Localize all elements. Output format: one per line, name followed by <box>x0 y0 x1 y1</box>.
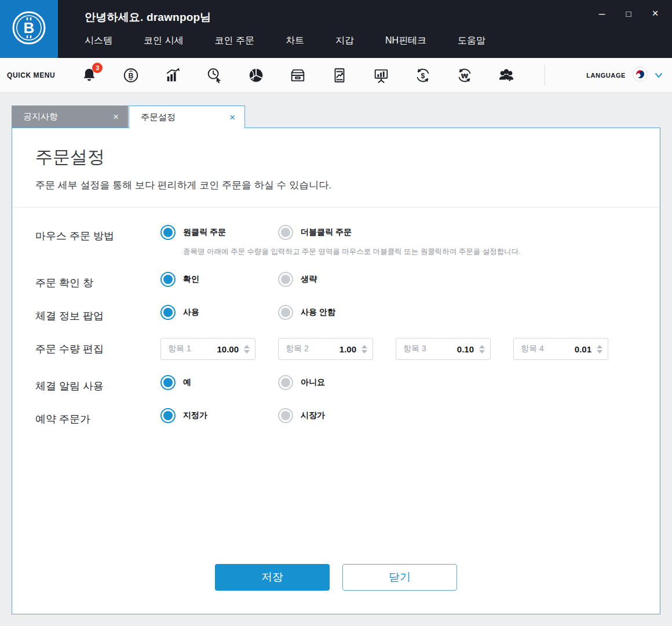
bell-icon[interactable]: 3 <box>81 67 98 84</box>
quantity-field-value: 1.00 <box>309 344 356 354</box>
menu-item-help[interactable]: 도움말 <box>458 35 485 47</box>
quantity-field-4[interactable]: 항목 4 0.01 <box>513 338 608 360</box>
row-order-quantity-edit: 주문 수량 편집 항목 1 10.00 항목 2 1.00 <box>35 338 637 360</box>
quantity-field-3[interactable]: 항목 3 0.10 <box>396 338 491 360</box>
stepper-arrows-icon[interactable] <box>479 345 485 354</box>
minimize-button[interactable]: – <box>593 5 611 22</box>
order-settings-panel: 주문설정 주문 세부 설정을 통해 보다 편리하게 코인 주문을 하실 수 있습… <box>12 128 660 614</box>
maximize-button[interactable]: □ <box>620 5 637 22</box>
row-label: 체결 정보 팝업 <box>35 305 160 323</box>
language-label: LANGUAGE <box>586 72 626 79</box>
workspace: 공지사항 × 주문설정 × 주문설정 주문 세부 설정을 통해 보다 편리하게 … <box>0 93 672 614</box>
radio-unselected-icon[interactable] <box>278 305 293 320</box>
svg-text:B: B <box>24 19 35 37</box>
radio-label: 사용 안함 <box>301 307 335 318</box>
language-selector[interactable]: LANGUAGE <box>586 67 663 84</box>
menu-item-coin-order[interactable]: 코인 주문 <box>214 35 254 47</box>
row-reserved-order-price: 예약 주문가 지정가 시장가 <box>35 408 637 426</box>
window-controls: – □ × <box>593 5 664 22</box>
quick-menu-icons: 3 B <box>81 67 515 84</box>
south-korea-flag-icon <box>633 67 648 84</box>
quantity-field-1[interactable]: 항목 1 10.00 <box>160 338 255 360</box>
menu-item-nh-fintech[interactable]: NH핀테크 <box>385 35 426 47</box>
radio-unselected-icon[interactable] <box>278 408 293 423</box>
radio-label: 확인 <box>183 274 199 285</box>
radio-unselected-icon[interactable] <box>278 225 293 240</box>
bitcoin-logo-icon: B <box>10 9 48 49</box>
customers-icon[interactable] <box>498 67 515 84</box>
user-greeting: 안녕하세요. drawnpop님 <box>85 0 672 24</box>
radio-selected-icon[interactable] <box>160 375 176 390</box>
menu-item-chart[interactable]: 차트 <box>286 35 304 47</box>
row-label: 예약 주문가 <box>35 408 160 426</box>
radio-option-double-click[interactable]: 더블클릭 주문 <box>278 225 396 240</box>
tab-order-settings[interactable]: 주문설정 × <box>129 105 245 128</box>
pie-chart-icon[interactable] <box>247 67 265 84</box>
radio-unselected-icon[interactable] <box>278 375 293 390</box>
notification-badge: 3 <box>92 63 103 73</box>
menu-item-wallet[interactable]: 지갑 <box>335 35 354 47</box>
bar-chart-icon[interactable] <box>164 67 181 84</box>
stepper-arrows-icon[interactable] <box>244 345 250 354</box>
svg-text:$: $ <box>421 71 425 79</box>
radio-selected-icon[interactable] <box>160 225 176 240</box>
app-logo: B <box>0 0 58 58</box>
radio-selected-icon[interactable] <box>160 305 176 320</box>
radio-option-yes[interactable]: 예 <box>160 375 278 390</box>
quantity-field-2[interactable]: 항목 2 1.00 <box>278 338 373 360</box>
presentation-chart-icon[interactable] <box>372 67 390 84</box>
radio-option-no[interactable]: 아니요 <box>278 375 396 390</box>
settings-rows: 마우스 주문 방법 원클릭 주문 더블클릭 주문 종목명 아래에 주문 수량을 … <box>12 208 660 426</box>
radio-label: 시장가 <box>301 410 325 421</box>
dollar-exchange-icon[interactable]: $ <box>414 67 432 84</box>
quantity-field-label: 항목 3 <box>403 344 426 354</box>
stepper-arrows-icon[interactable] <box>597 345 602 354</box>
main-menu: 시스템 코인 시세 코인 주문 차트 지갑 NH핀테크 도움말 <box>85 35 672 47</box>
menu-item-system[interactable]: 시스템 <box>85 35 112 47</box>
report-document-icon[interactable] <box>331 67 348 84</box>
stepper-arrows-icon[interactable] <box>361 345 367 354</box>
tab-label: 공지사항 <box>23 111 58 122</box>
quantity-field-label: 항목 4 <box>521 344 544 354</box>
radio-label: 지정가 <box>183 410 207 421</box>
radio-selected-icon[interactable] <box>160 272 176 287</box>
tab-close-icon[interactable]: × <box>229 112 235 122</box>
close-panel-button[interactable]: 닫기 <box>342 564 457 591</box>
quantity-field-value: 0.01 <box>544 344 591 354</box>
tab-bar: 공지사항 × 주문설정 × <box>12 105 660 128</box>
tab-close-icon[interactable]: × <box>113 112 119 122</box>
quantity-field-label: 항목 2 <box>286 344 309 354</box>
tab-notice[interactable]: 공지사항 × <box>12 105 128 128</box>
close-button[interactable]: × <box>647 5 664 22</box>
radio-option-one-click[interactable]: 원클릭 주문 <box>160 225 278 240</box>
quantity-field-value: 10.00 <box>191 344 239 354</box>
radio-label: 생략 <box>301 274 317 285</box>
titlebar: B 안녕하세요. drawnpop님 시스템 코인 시세 코인 주문 차트 지갑… <box>0 0 672 58</box>
action-buttons: 저장 닫기 <box>12 564 660 591</box>
radio-label: 원클릭 주문 <box>183 227 226 238</box>
radio-option-skip[interactable]: 생략 <box>278 272 396 287</box>
radio-option-limit-price[interactable]: 지정가 <box>160 408 278 423</box>
svg-text:B: B <box>129 71 134 79</box>
radio-option-market-price[interactable]: 시장가 <box>278 408 396 423</box>
row-label: 체결 알림 사용 <box>35 375 160 393</box>
radio-option-use[interactable]: 사용 <box>160 305 278 320</box>
bitcoin-icon[interactable]: B <box>122 67 140 84</box>
archive-box-icon[interactable] <box>289 67 306 84</box>
svg-text:₩: ₩ <box>461 72 469 79</box>
radio-selected-icon[interactable] <box>160 408 176 423</box>
radio-option-confirm[interactable]: 확인 <box>160 272 278 287</box>
page-subtitle: 주문 세부 설정을 통해 보다 편리하게 코인 주문을 하실 수 있습니다. <box>35 179 637 207</box>
radio-option-no-use[interactable]: 사용 안함 <box>278 305 396 320</box>
radio-label: 더블클릭 주문 <box>301 227 352 238</box>
help-text: 종목명 아래에 주문 수량을 입력하고 주문 영역을 마우스로 더블클릭 또는 … <box>183 247 637 257</box>
row-label: 주문 확인 창 <box>35 272 160 290</box>
row-execution-popup: 체결 정보 팝업 사용 사용 안함 <box>35 305 637 323</box>
radio-unselected-icon[interactable] <box>278 272 293 287</box>
won-exchange-icon[interactable]: ₩ <box>456 67 473 84</box>
clock-order-icon[interactable] <box>206 67 223 84</box>
radio-label: 사용 <box>183 307 199 318</box>
menu-item-coin-price[interactable]: 코인 시세 <box>144 35 183 47</box>
save-button[interactable]: 저장 <box>215 564 330 591</box>
quantity-field-label: 항목 1 <box>168 344 191 354</box>
